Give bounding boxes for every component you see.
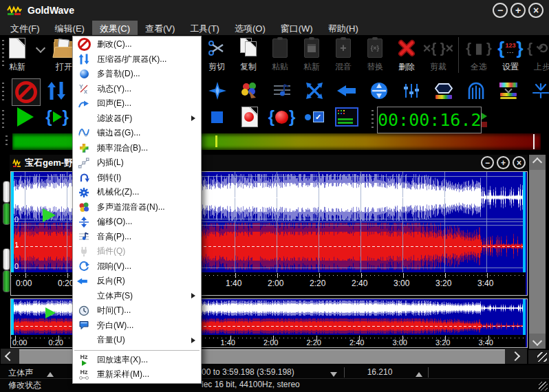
playback-position-marker[interactable] <box>43 208 56 222</box>
scroll-up-button[interactable] <box>529 155 546 170</box>
effects-menu-item[interactable]: 旁白(W)... <box>73 318 201 334</box>
doc-close-button[interactable]: × <box>513 156 526 169</box>
menubar-item[interactable]: 帮助(H) <box>321 21 366 35</box>
offset-circle-button[interactable] <box>363 78 395 103</box>
clipboard-plus-button[interactable]: +混音 <box>327 36 359 73</box>
effects-menu-item[interactable]: 删改(C)... <box>73 37 201 52</box>
monitor-check-icon: ✓ <box>305 105 324 129</box>
play-button[interactable] <box>10 105 41 129</box>
effects-menu-item[interactable]: 回声(E)... <box>73 96 201 111</box>
undo-braces-button[interactable]: { ⟲ }上步 <box>526 36 549 73</box>
meter-drag-handle[interactable] <box>6 135 8 148</box>
menubar-item[interactable]: 查看(V) <box>138 21 182 35</box>
effects-menu-item[interactable]: 多普勒(D)... <box>73 67 201 82</box>
menubar-item[interactable]: 工具(T) <box>182 21 227 35</box>
axis-tick <box>67 273 68 278</box>
copy-pages-button[interactable]: 复制 <box>233 36 264 73</box>
crop-braces-button[interactable]: ×{ }×剪裁 <box>422 36 454 73</box>
chevron-down-icon <box>37 36 44 61</box>
effects-menu-item[interactable]: 滤波器(F) <box>73 111 201 127</box>
clipboard-icon <box>272 36 288 61</box>
compress-arrows-button[interactable] <box>41 78 72 103</box>
resize-grip[interactable] <box>539 382 548 391</box>
eq-sliders-button[interactable] <box>395 78 427 103</box>
clipboard-window-button[interactable]: 粘新 <box>296 36 327 73</box>
color-mixer-button[interactable] <box>233 78 266 103</box>
prohibit-button[interactable] <box>11 78 41 106</box>
effects-menu-item[interactable]: 机械化(Z)... <box>73 185 201 200</box>
maximize-button[interactable]: + <box>510 3 526 18</box>
doc-maximize-button[interactable]: + <box>497 156 510 169</box>
spectrum-panel-button[interactable] <box>492 78 524 103</box>
effects-menu-item[interactable]: 内插(L) <box>73 155 201 171</box>
effects-menu-item[interactable]: Hz重新采样(M)... <box>73 367 201 382</box>
format-info-text: lec 16 bit, 44100Hz, stereo <box>202 380 300 390</box>
scroll-left-button[interactable] <box>1 349 18 364</box>
stop-button[interactable] <box>201 105 233 129</box>
effects-menu-item[interactable]: 频率混合(B)... <box>73 141 201 156</box>
pitch-note-button[interactable] <box>266 78 298 103</box>
menu-item-label: 音高(P)... <box>97 231 201 243</box>
effects-menu-item[interactable]: Hz回放速率(X)... <box>73 353 201 368</box>
effects-menu-item[interactable]: 时间(T)... <box>73 303 201 318</box>
position-dropdown-icon[interactable] <box>416 369 422 380</box>
scroll-right-button[interactable] <box>506 349 524 364</box>
edit-status-cell[interactable]: 修改状态 <box>8 380 41 390</box>
toolbar-drag-handle[interactable] <box>2 110 4 128</box>
effects-menu-item[interactable]: 多声道混音器(N)... <box>73 200 201 215</box>
clipboard-replace-button[interactable]: {×}替换 <box>359 36 391 73</box>
close-button[interactable]: × <box>528 3 543 18</box>
monitor-check-button[interactable]: ✓ <box>298 105 330 129</box>
overview-position-marker[interactable] <box>45 307 56 318</box>
gate-arch-button[interactable] <box>460 78 492 103</box>
amplitude-label: 0 <box>14 262 19 270</box>
spark-button[interactable] <box>524 78 549 103</box>
effects-menu-item[interactable]: 插件(Q) <box>73 244 201 259</box>
record-new-button[interactable] <box>233 105 266 129</box>
reverse-arrow-button[interactable] <box>330 78 363 103</box>
control-window-button[interactable] <box>330 105 363 129</box>
select-all-braces-button[interactable]: { ▮ }全选 <box>463 36 495 73</box>
blue-star-icon <box>208 78 226 103</box>
effects-menu-item[interactable]: 音量(U) <box>73 333 201 348</box>
hex-rainbow-button[interactable] <box>427 78 460 103</box>
scissors-button[interactable]: 剪切 <box>201 36 233 73</box>
chevron-down-button[interactable] <box>29 36 52 61</box>
lcd-drag-handle[interactable] <box>372 110 374 128</box>
swap-arrows-button[interactable] <box>298 78 330 103</box>
effects-menu-item[interactable]: 镶边器(G)... <box>73 126 201 141</box>
effects-menu-item[interactable]: Yx动态(Y)... <box>73 82 201 97</box>
play-selection-button[interactable]: {} <box>41 105 73 129</box>
vertical-scrollbar[interactable] <box>529 155 546 349</box>
red-x-button[interactable]: 删除 <box>391 36 422 73</box>
minimize-button[interactable]: − <box>493 3 508 18</box>
effects-menu-item[interactable]: 压缩器/扩展器(K)... <box>73 52 201 67</box>
effects-menu-item[interactable]: 音高(P)... <box>73 230 201 245</box>
record-selection-button[interactable]: {} <box>266 105 298 129</box>
effects-menu-item[interactable]: 偏移(O)... <box>73 215 201 230</box>
selection-dropdown-icon[interactable] <box>330 369 337 380</box>
axis-label: 2:40 <box>352 279 367 288</box>
doc-minimize-button[interactable]: − <box>481 156 494 169</box>
new-page-button[interactable]: 粘新 <box>6 36 29 73</box>
menubar-item[interactable]: 窗口(W) <box>273 21 321 35</box>
scroll-down-button[interactable] <box>529 334 546 349</box>
menubar-item[interactable]: 选项(O) <box>227 21 273 35</box>
toolbar-button-label: 混音 <box>335 61 352 73</box>
menubar-item[interactable]: 效果(C) <box>92 21 138 35</box>
menubar-item[interactable]: 文件(F) <box>3 21 47 35</box>
channel-mode-cell[interactable]: 立体声 <box>8 367 33 378</box>
set-markers-button[interactable]: {123...}设置 <box>495 36 526 73</box>
submenu-arrow-icon <box>191 116 195 121</box>
toolbar-drag-handle[interactable] <box>2 40 4 67</box>
effects-menu-item[interactable]: 倒转(I) <box>73 171 201 186</box>
menu-item-label: 多普勒(D)... <box>97 68 201 80</box>
toolbar-drag-handle[interactable] <box>2 83 4 100</box>
menubar-item[interactable]: 编辑(E) <box>47 21 92 35</box>
effects-menu-item[interactable]: 立体声(S) <box>73 289 201 304</box>
effects-menu-item[interactable]: 反向(R) <box>73 274 201 289</box>
clipboard-button[interactable]: 粘贴 <box>264 36 296 73</box>
blue-star-button[interactable] <box>201 78 233 103</box>
time-display-lcd[interactable]: 00:00:16.2 <box>377 107 482 133</box>
effects-menu-item[interactable]: 混响(V)... <box>73 259 201 274</box>
